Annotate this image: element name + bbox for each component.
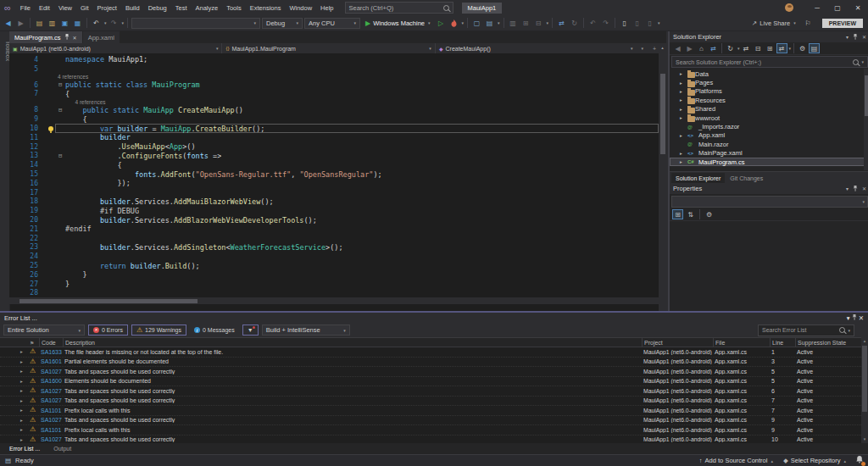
- error-project[interactable]: MauiApp1 (net6.0-android): [642, 397, 713, 403]
- nav-back-icon[interactable]: ◀: [3, 18, 14, 29]
- error-file[interactable]: App.xaml.cs: [713, 436, 770, 442]
- code-line-23[interactable]: 23 builder.Services.AddSingleton<Weather…: [9, 243, 659, 252]
- error-code[interactable]: SA1101: [39, 427, 63, 433]
- error-code[interactable]: SA1027: [39, 369, 63, 374]
- expand-arrow-icon[interactable]: ▸: [19, 349, 28, 354]
- expand-arrow-icon[interactable]: ▸: [19, 388, 28, 393]
- maximize-button[interactable]: ▢: [827, 0, 848, 15]
- code-line-13[interactable]: 13⊟ .ConfigureFonts(fonts =>: [9, 152, 659, 161]
- error-description[interactable]: Tabs and spaces should be used correctly: [63, 417, 642, 423]
- tree-item-resources[interactable]: ▸Resources: [670, 96, 868, 104]
- error-row[interactable]: ▸⚠SA1601Partial elements should be docum…: [0, 358, 861, 368]
- chevron-down-icon[interactable]: ▾: [641, 46, 643, 52]
- code-line-25[interactable]: 25 return builder.Build();: [9, 261, 659, 270]
- column-code[interactable]: Code: [39, 338, 63, 347]
- chevron-down-icon[interactable]: ▾: [846, 34, 849, 40]
- filter-button[interactable]: ▼: [242, 325, 259, 336]
- hot-reload-flame-icon[interactable]: [448, 18, 459, 29]
- tree-item-app-xaml[interactable]: ▸<>App.xaml: [670, 131, 868, 140]
- error-description[interactable]: The file header is missing or not locate…: [63, 349, 642, 355]
- error-line[interactable]: 7: [770, 408, 795, 413]
- error-suppression-state[interactable]: Active: [795, 388, 861, 394]
- code-line-6[interactable]: 6⊟public static class MauiProgram: [9, 80, 659, 90]
- solution-explorer-header[interactable]: Solution Explorer ▾ ✕: [670, 31, 868, 42]
- error-row[interactable]: ▸⚠SA1600Elements should be documentedMau…: [0, 377, 861, 387]
- error-code[interactable]: SA1027: [39, 397, 63, 403]
- error-line[interactable]: 9: [770, 427, 795, 433]
- code-line-20[interactable]: 20 builder.Services.AddBlazorWebViewDeve…: [9, 215, 659, 225]
- live-share-button[interactable]: ↗ Live Share ▾: [752, 19, 796, 27]
- undo-icon[interactable]: ↶: [91, 18, 102, 29]
- error-code[interactable]: SA1601: [39, 358, 63, 364]
- close-button[interactable]: ✕: [848, 0, 868, 15]
- error-suppression-state[interactable]: Active: [795, 417, 861, 423]
- error-description[interactable]: Tabs and spaces should be used correctly: [63, 436, 642, 442]
- scrollbar-thumb[interactable]: [19, 299, 198, 303]
- error-list-scrollbar[interactable]: ▴ ▾: [861, 337, 868, 443]
- build-intellisense-combo[interactable]: Build + IntelliSense▾: [262, 325, 350, 336]
- platform-combo[interactable]: Any CPU▾: [304, 18, 360, 29]
- error-description[interactable]: Prefix local calls with this: [63, 427, 642, 433]
- error-code[interactable]: SA1600: [39, 378, 63, 384]
- show-all-files-icon[interactable]: ▤: [809, 43, 820, 53]
- chevron-down-icon[interactable]: ▾: [846, 186, 849, 191]
- browser-link-icon[interactable]: ▤: [484, 18, 495, 29]
- menu-project[interactable]: Project: [93, 4, 121, 12]
- code-line-27[interactable]: 27}: [9, 280, 659, 289]
- expand-arrow-icon[interactable]: ▸: [680, 97, 687, 103]
- categorized-icon[interactable]: ⊞: [672, 209, 683, 219]
- close-icon[interactable]: ✕: [73, 35, 77, 41]
- error-project[interactable]: MauiApp1 (net6.0-android): [642, 378, 713, 384]
- editor-vertical-scrollbar[interactable]: ▴: [659, 43, 666, 311]
- warnings-toggle[interactable]: ⚠ 129 Warnings: [131, 325, 186, 336]
- code-line-8[interactable]: 8⊟ public static MauiApp CreateMauiApp(): [9, 106, 659, 115]
- error-list-search-input[interactable]: Search Error List ▾: [758, 325, 854, 336]
- error-description[interactable]: Partial elements should be documented: [63, 358, 642, 364]
- code-line-28[interactable]: 28: [9, 289, 659, 298]
- code-line-10[interactable]: 10 var builder = MauiApp.CreateBuilder()…: [9, 124, 659, 133]
- fold-marker-icon[interactable]: ⊟: [55, 80, 65, 89]
- error-project[interactable]: MauiApp1 (net6.0-android): [642, 408, 713, 413]
- error-row[interactable]: ▸⚠SA1027Tabs and spaces should be used c…: [0, 397, 861, 407]
- forward-icon[interactable]: ▶: [684, 43, 695, 53]
- tree-item-wwwroot[interactable]: ▸wwwroot: [670, 114, 868, 122]
- error-project[interactable]: MauiApp1 (net6.0-android): [642, 417, 713, 423]
- error-suppression-state[interactable]: Active: [795, 358, 861, 364]
- error-code[interactable]: SA1633: [39, 349, 63, 355]
- close-icon[interactable]: ✕: [859, 314, 864, 322]
- breadcrumb-type[interactable]: {}MauiApp1.MauiProgram ▾: [222, 43, 435, 53]
- code-editor[interactable]: 4namespace MauiApp1;54 references6⊟publi…: [9, 53, 659, 297]
- expand-arrow-icon[interactable]: ▸: [680, 151, 687, 156]
- column-file[interactable]: File: [713, 338, 770, 347]
- error-project[interactable]: MauiApp1 (net6.0-android): [642, 436, 713, 442]
- column-line[interactable]: Line: [770, 338, 795, 347]
- error-row[interactable]: ▸⚠SA1027Tabs and spaces should be used c…: [0, 386, 861, 397]
- prev-bookmark-icon[interactable]: ▯: [632, 18, 643, 29]
- code-line-4[interactable]: 4namespace MauiApp1;: [9, 55, 659, 64]
- close-icon[interactable]: ✕: [862, 186, 866, 191]
- code-line-21[interactable]: 21#endif: [9, 225, 659, 234]
- errors-toggle[interactable]: ✕ 0 Errors: [88, 325, 128, 336]
- code-line-17[interactable]: 17: [9, 188, 659, 197]
- tab-appxaml[interactable]: App.xaml: [83, 31, 120, 43]
- tab-mauiprogram[interactable]: MauiProgram.cs ✕: [9, 31, 82, 43]
- code-line-9[interactable]: 9 {: [9, 114, 659, 124]
- breadcrumb-member[interactable]: ◆CreateMauiApp() ▾: [436, 43, 637, 53]
- code-line-19[interactable]: 19 #if DEBUG: [9, 206, 659, 215]
- error-suppression-state[interactable]: Active: [795, 427, 861, 433]
- collapse-all-icon[interactable]: ⊟: [753, 43, 764, 53]
- error-project[interactable]: MauiApp1 (net6.0-android): [642, 358, 713, 364]
- sync-with-active-document-icon[interactable]: ⇄: [776, 43, 787, 53]
- startup-project-combo[interactable]: ▾: [131, 18, 260, 29]
- start-debugging-button[interactable]: ▶ Windows Machine ▾: [362, 17, 434, 29]
- error-row[interactable]: ▸⚠SA1027Tabs and spaces should be used c…: [0, 367, 861, 377]
- lightbulb-icon[interactable]: [46, 126, 55, 131]
- error-code[interactable]: SA1027: [39, 388, 63, 394]
- error-suppression-state[interactable]: Active: [795, 397, 861, 403]
- redo-caret-icon[interactable]: ▾: [122, 20, 125, 25]
- tree-scrollbar[interactable]: [864, 69, 868, 170]
- property-pages-icon[interactable]: ⚙: [704, 209, 715, 219]
- error-project[interactable]: MauiApp1 (net6.0-android): [642, 388, 713, 394]
- expand-arrow-icon[interactable]: ▸: [680, 71, 687, 76]
- expand-arrow-icon[interactable]: ▸: [680, 80, 687, 86]
